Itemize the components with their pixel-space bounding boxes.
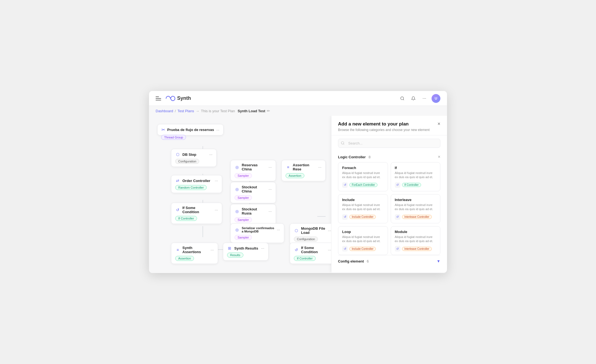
reservas-icon: ◎ xyxy=(235,165,240,170)
mongodb-title: MongoDB File Load xyxy=(301,226,326,235)
node-synth-results[interactable]: ⊞ Synth Results ··· Results xyxy=(223,243,268,261)
serializar-badge: Sampler xyxy=(235,235,252,240)
node-if-some-2[interactable]: ↺ If Some Condition ··· If Controller xyxy=(290,243,331,264)
menu-icon[interactable] xyxy=(156,97,161,100)
include-name: Include xyxy=(342,198,384,202)
mongodb-badge: Configuration xyxy=(294,237,318,242)
stockout-rusia-menu[interactable]: ··· xyxy=(268,209,272,213)
synth-results-badge: Results xyxy=(227,253,243,258)
header-actions: ··· U xyxy=(398,94,440,103)
synth-assert-badge: Assertion xyxy=(175,256,194,261)
module-name: Module xyxy=(395,230,437,234)
order-controller-title: Order Controller xyxy=(182,179,212,183)
module-icon: ↺ xyxy=(395,246,400,251)
element-include[interactable]: Include Aliqua id fugiat nostrud irure e… xyxy=(338,194,388,223)
synth-assert-title: Synth Assertions xyxy=(182,246,208,254)
interleave-badge: Interleave Controller xyxy=(402,215,432,219)
right-panel: Add a new element to your plan Browse th… xyxy=(331,116,447,272)
synth-results-title: Synth Results xyxy=(234,246,259,250)
reservas-menu[interactable]: ··· xyxy=(268,165,272,169)
panel-search xyxy=(338,139,440,148)
node-db-step[interactable]: ⬡ DB Step ··· Configuration xyxy=(171,149,217,167)
serializar-menu[interactable]: ··· xyxy=(277,228,280,232)
app-window: Synth ··· U Dashboard / Test Plans → Thi… xyxy=(149,91,447,273)
loop-icon: ↺ xyxy=(342,246,348,251)
main-content: ✂ Prueba de flujo de reservas ··· Thread… xyxy=(149,116,447,272)
logic-controller-title: Logic Controller xyxy=(338,155,366,159)
config-element-title: Config element xyxy=(338,259,364,263)
if-some-2-badge: If Controller xyxy=(294,256,316,261)
breadcrumb-dashboard[interactable]: Dashboard xyxy=(156,109,173,113)
logic-elements-grid: Foreach Aliqua id fugiat nostrud irure e… xyxy=(338,162,440,255)
if-name: If xyxy=(395,166,437,170)
db-step-badge: Configuration xyxy=(175,159,199,164)
config-chevron-icon[interactable]: ▼ xyxy=(437,259,440,263)
element-module[interactable]: Module Aliqua id fugiat nostrud irure ex… xyxy=(391,226,441,255)
order-controller-menu[interactable]: ··· xyxy=(215,178,218,183)
header: Synth ··· U xyxy=(149,91,447,106)
node-stockout-china[interactable]: ◎ Stockout China ··· Sampler xyxy=(230,182,276,203)
order-controller-icon: ⇄ xyxy=(175,178,180,183)
if-some-title: If Some Condition xyxy=(182,206,212,214)
element-interleave[interactable]: Interleave Aliqua id fugiat nostrud irur… xyxy=(391,194,441,223)
notifications-button[interactable] xyxy=(409,95,417,102)
edit-icon[interactable]: ✏ xyxy=(267,109,270,113)
reservas-title: Reservas China xyxy=(242,163,266,171)
foreach-badge: ForEach Controller xyxy=(349,183,377,187)
synth-results-icon: ⊞ xyxy=(227,246,232,251)
flow-container: ✂ Prueba de flujo de reservas ··· Thread… xyxy=(155,121,331,265)
db-step-menu[interactable]: ··· xyxy=(209,152,212,157)
node-mongodb[interactable]: ⬡ MongoDB File Load ··· Configuration xyxy=(290,223,331,245)
mongodb-menu[interactable]: ··· xyxy=(328,228,331,233)
avatar[interactable]: U xyxy=(432,94,440,103)
if-desc: Aliqua id fugiat nostrud irure ex duis e… xyxy=(395,171,437,180)
svg-point-14 xyxy=(341,141,344,144)
synth-assert-menu[interactable]: ··· xyxy=(211,248,214,252)
assertion-rese-menu[interactable]: ··· xyxy=(318,165,321,169)
module-desc: Aliqua id fugiat nostrud irure ex duis e… xyxy=(395,235,437,243)
node-stockout-rusia[interactable]: ◎ Stockout Rusia ··· Sampler xyxy=(230,204,276,225)
logic-controller-collapse[interactable]: × xyxy=(438,154,440,159)
node-if-some[interactable]: ↺ If Some Condition ··· If Controller xyxy=(171,203,222,224)
element-foreach[interactable]: Foreach Aliqua id fugiat nostrud irure e… xyxy=(338,162,388,191)
node-order-controller[interactable]: ⇄ Order Controller ··· Random Controller xyxy=(171,175,222,193)
panel-title: Add a new element to your plan xyxy=(338,121,430,127)
synth-results-menu[interactable]: ··· xyxy=(261,246,264,250)
panel-close-button[interactable]: × xyxy=(437,121,440,126)
if-some-2-menu[interactable]: ··· xyxy=(328,248,331,252)
loop-name: Loop xyxy=(342,230,384,234)
assertion-rese-badge: Assertion xyxy=(286,173,304,178)
include-desc: Aliqua id fugiat nostrud irure ex duis e… xyxy=(342,203,384,212)
element-loop[interactable]: Loop Aliqua id fugiat nostrud irure ex d… xyxy=(338,226,388,255)
canvas[interactable]: ✂ Prueba de flujo de reservas ··· Thread… xyxy=(149,116,331,272)
breadcrumb-testplans[interactable]: Test Plans xyxy=(177,109,194,113)
group-menu[interactable]: ··· xyxy=(216,128,220,132)
node-assertion-rese[interactable]: ≡ Assertion Rese ··· Assertion xyxy=(281,160,326,181)
node-serializar[interactable]: ◎ Serializar confirmados a MongoDB ··· S… xyxy=(230,223,284,243)
config-element-count: 6 xyxy=(367,259,369,263)
if-icon: ↺ xyxy=(395,182,400,188)
node-reservas-china[interactable]: ◎ Reservas China ··· Sampler xyxy=(230,160,276,181)
stockout-china-icon: ◎ xyxy=(235,187,240,192)
foreach-name: Foreach xyxy=(342,166,384,170)
if-some-menu[interactable]: ··· xyxy=(215,208,218,212)
logic-controller-count: 8 xyxy=(369,155,371,159)
order-controller-badge: Random Controller xyxy=(175,185,207,190)
node-synth-assertions[interactable]: ≡ Synth Assertions ··· Assertion xyxy=(171,243,218,264)
panel-subtitle: Browse the following categories and choo… xyxy=(338,128,430,132)
element-if[interactable]: If Aliqua id fugiat nostrud irure ex dui… xyxy=(391,162,441,191)
if-some-badge: If Controller xyxy=(175,216,197,221)
foreach-icon: ↺ xyxy=(342,182,348,188)
panel-search-input[interactable] xyxy=(338,139,440,148)
group-badge: Thread Group xyxy=(161,135,186,140)
serializar-icon: ◎ xyxy=(235,227,240,232)
group-icon: ✂ xyxy=(161,127,165,132)
stockout-china-menu[interactable]: ··· xyxy=(268,187,272,191)
if-some-2-icon: ↺ xyxy=(294,247,299,252)
breadcrumb-prefix: This is your Test Plan xyxy=(201,109,236,113)
search-button[interactable] xyxy=(398,95,406,102)
stockout-rusia-title: Stockout Rusia xyxy=(242,207,266,215)
more-button[interactable]: ··· xyxy=(421,95,428,102)
include-badge: Include Controller xyxy=(349,215,376,219)
stockout-china-title: Stockout China xyxy=(242,185,266,193)
